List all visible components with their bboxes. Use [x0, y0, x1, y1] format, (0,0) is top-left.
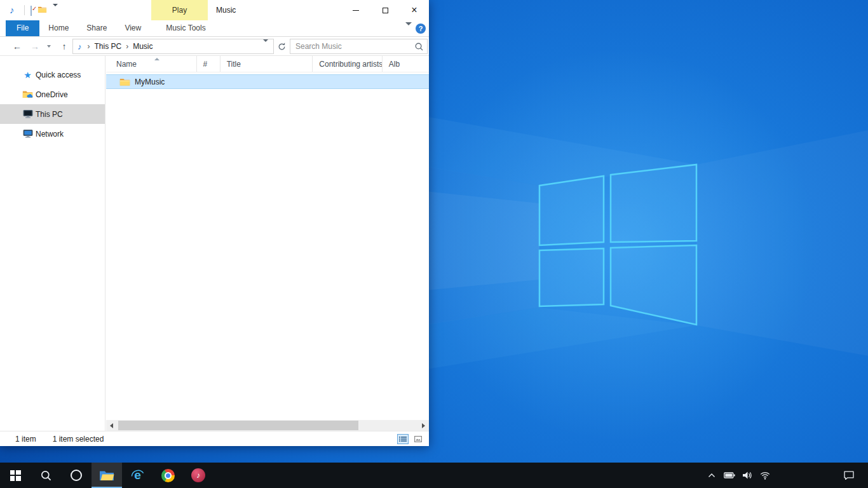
scroll-left-button[interactable]	[106, 420, 117, 431]
up-button[interactable]: ↑	[57, 37, 71, 55]
large-icons-view-button[interactable]	[412, 434, 424, 444]
sidebar-item-quick-access[interactable]: ★ Quick access	[0, 65, 105, 85]
tab-share[interactable]: Share	[78, 20, 116, 36]
windows-logo-icon	[10, 470, 21, 481]
status-bar: 1 item 1 item selected	[0, 431, 429, 446]
file-explorer-icon	[99, 469, 114, 482]
action-center-icon	[843, 470, 855, 480]
music-note-icon: ♪	[78, 42, 82, 51]
column-header-album[interactable]: Alb	[383, 56, 429, 72]
contextual-group-label: Play	[172, 6, 187, 15]
window-controls: ×	[341, 0, 429, 20]
taskbar-file-explorer-button[interactable]	[92, 463, 122, 488]
address-dropdown-button[interactable]	[263, 42, 268, 51]
windows-logo	[539, 165, 696, 325]
forward-button[interactable]: →	[28, 37, 42, 55]
search-icon	[40, 470, 52, 482]
sidebar-item-onedrive[interactable]: OneDrive	[0, 85, 105, 104]
help-button[interactable]: ?	[416, 24, 426, 34]
back-button[interactable]: ←	[10, 37, 24, 55]
navigation-pane: ★ Quick access OneDrive This PC Network	[0, 56, 105, 431]
sidebar-item-this-pc[interactable]: This PC	[0, 104, 105, 124]
chevron-down-icon	[263, 39, 268, 51]
taskbar-itunes-button[interactable]	[183, 463, 214, 488]
item-count: 1 item	[15, 435, 36, 444]
tab-file[interactable]: File	[6, 20, 39, 36]
tab-music-tools[interactable]: Music Tools	[157, 20, 214, 36]
up-arrow-icon: ↑	[62, 41, 67, 51]
view-toggles	[397, 434, 424, 444]
minimize-icon	[353, 10, 359, 11]
tab-view[interactable]: View	[116, 20, 150, 36]
details-view-icon	[399, 436, 407, 442]
sidebar-item-label: Quick access	[36, 71, 81, 79]
battery-button[interactable]	[723, 463, 736, 488]
close-button[interactable]: ×	[400, 0, 429, 20]
forward-arrow-icon: →	[31, 41, 39, 51]
titlebar: ♪ Play Music ×	[0, 0, 429, 20]
hidden-icons-button[interactable]	[705, 463, 718, 488]
refresh-button[interactable]	[275, 39, 288, 54]
taskbar: e	[0, 463, 868, 488]
computer-icon	[22, 109, 33, 119]
column-header-contributing-artists[interactable]: Contributing artists	[313, 56, 382, 72]
internet-explorer-icon: e	[130, 468, 145, 483]
column-header-number[interactable]: #	[197, 56, 220, 72]
horizontal-scrollbar[interactable]	[106, 420, 429, 431]
search-box	[290, 39, 428, 54]
ribbon-tab-row: File Home Share View Music Tools ?	[0, 20, 429, 37]
tab-home[interactable]: Home	[39, 20, 78, 36]
volume-icon	[742, 470, 752, 480]
chrome-icon	[161, 469, 175, 482]
breadcrumb-this-pc[interactable]: This PC	[92, 42, 125, 51]
qat-properties-button[interactable]	[31, 6, 32, 15]
column-headers: Name # Title Contributing artists Alb	[106, 56, 429, 72]
recent-locations-button[interactable]	[44, 37, 53, 55]
column-header-name[interactable]: Name	[106, 56, 197, 72]
search-input[interactable]	[290, 39, 427, 53]
onedrive-icon	[22, 90, 33, 99]
sidebar-item-label: OneDrive	[36, 90, 68, 99]
folder-icon	[119, 78, 130, 86]
qat-new-folder-button[interactable]	[37, 6, 47, 15]
taskbar-internet-explorer-button[interactable]: e	[122, 463, 153, 488]
battery-icon	[724, 471, 735, 479]
qat-separator	[24, 5, 25, 15]
volume-button[interactable]	[741, 463, 754, 488]
maximize-icon	[383, 8, 388, 13]
column-header-title[interactable]: Title	[220, 56, 313, 72]
breadcrumb-chevron: ›	[124, 42, 130, 51]
minimize-button[interactable]	[341, 0, 370, 20]
wifi-button[interactable]	[759, 463, 771, 488]
qat-customize-button[interactable]	[53, 6, 58, 15]
file-name: MyMusic	[135, 78, 165, 86]
expand-ribbon-button[interactable]	[405, 25, 412, 34]
maximize-button[interactable]	[370, 0, 400, 20]
file-row-mymusic[interactable]: MyMusic	[106, 74, 429, 89]
desktop: ♪ Play Music × File Home Share View Mu	[0, 0, 868, 488]
sidebar-item-label: Network	[36, 130, 64, 139]
network-icon	[22, 129, 33, 139]
details-view-button[interactable]	[397, 434, 409, 444]
breadcrumb-chevron: ›	[86, 42, 92, 51]
file-explorer-window: ♪ Play Music × File Home Share View Mu	[0, 0, 429, 446]
sidebar-item-network[interactable]: Network	[0, 124, 105, 144]
taskbar-search-button[interactable]	[31, 463, 61, 488]
taskbar-chrome-button[interactable]	[153, 463, 183, 488]
contextual-tab-group-header: Play	[151, 0, 208, 20]
chevron-down-icon	[405, 22, 412, 34]
taskbar-buttons: e	[0, 463, 214, 488]
triangle-left-icon	[110, 423, 113, 428]
back-arrow-icon: ←	[13, 41, 22, 51]
action-center-button[interactable]	[836, 463, 862, 488]
cortana-button[interactable]	[61, 463, 92, 488]
breadcrumb-music[interactable]: Music	[130, 42, 155, 51]
sort-ascending-icon	[154, 58, 159, 60]
music-note-app-icon[interactable]: ♪	[10, 4, 15, 16]
scrollbar-thumb[interactable]	[118, 421, 358, 430]
address-bar[interactable]: ♪ › This PC › Music	[72, 39, 274, 54]
start-button[interactable]	[0, 463, 31, 488]
cortana-icon	[71, 470, 82, 481]
quick-access-toolbar	[31, 6, 58, 15]
scroll-right-button[interactable]	[418, 420, 429, 431]
